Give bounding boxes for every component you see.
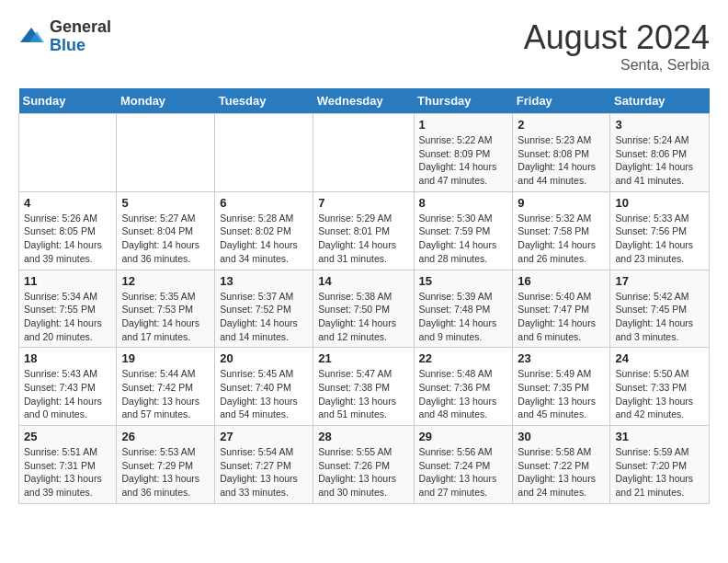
day-number: 11 — [24, 274, 111, 288]
day-number: 15 — [419, 274, 508, 288]
calendar-cell: 26Sunrise: 5:53 AM Sunset: 7:29 PM Dayli… — [117, 426, 215, 504]
day-number: 8 — [419, 196, 508, 210]
day-info: Sunrise: 5:37 AM Sunset: 7:52 PM Dayligh… — [220, 290, 308, 344]
day-info: Sunrise: 5:44 AM Sunset: 7:42 PM Dayligh… — [121, 367, 210, 421]
day-info: Sunrise: 5:53 AM Sunset: 7:29 PM Dayligh… — [121, 445, 210, 500]
header-friday: Friday — [513, 88, 610, 114]
day-number: 9 — [518, 196, 605, 210]
day-info: Sunrise: 5:38 AM Sunset: 7:50 PM Dayligh… — [318, 290, 408, 344]
day-info: Sunrise: 5:50 AM Sunset: 7:33 PM Dayligh… — [615, 367, 704, 421]
day-number: 13 — [220, 274, 308, 288]
calendar-cell — [117, 114, 215, 192]
logo-general: General — [50, 18, 111, 37]
calendar-cell: 16Sunrise: 5:40 AM Sunset: 7:47 PM Dayli… — [513, 270, 610, 348]
logo-icon — [18, 24, 44, 50]
calendar-cell: 22Sunrise: 5:48 AM Sunset: 7:36 PM Dayli… — [414, 348, 513, 426]
calendar-cell: 29Sunrise: 5:56 AM Sunset: 7:24 PM Dayli… — [414, 426, 513, 504]
day-info: Sunrise: 5:45 AM Sunset: 7:40 PM Dayligh… — [220, 367, 308, 421]
day-number: 27 — [220, 430, 308, 443]
day-number: 23 — [518, 351, 605, 365]
day-info: Sunrise: 5:43 AM Sunset: 7:43 PM Dayligh… — [24, 367, 111, 421]
calendar-cell: 19Sunrise: 5:44 AM Sunset: 7:42 PM Dayli… — [117, 348, 215, 426]
calendar-cell: 31Sunrise: 5:59 AM Sunset: 7:20 PM Dayli… — [610, 426, 710, 504]
day-number: 10 — [615, 196, 704, 210]
day-info: Sunrise: 5:28 AM Sunset: 8:02 PM Dayligh… — [220, 212, 308, 266]
calendar-cell: 25Sunrise: 5:51 AM Sunset: 7:31 PM Dayli… — [19, 426, 117, 504]
day-info: Sunrise: 5:51 AM Sunset: 7:31 PM Dayligh… — [24, 445, 111, 500]
calendar-cell: 23Sunrise: 5:49 AM Sunset: 7:35 PM Dayli… — [513, 348, 610, 426]
calendar-cell: 3Sunrise: 5:24 AM Sunset: 8:06 PM Daylig… — [610, 114, 710, 192]
day-number: 17 — [615, 274, 704, 288]
calendar-cell: 15Sunrise: 5:39 AM Sunset: 7:48 PM Dayli… — [414, 270, 513, 348]
day-number: 24 — [615, 351, 704, 365]
day-number: 3 — [615, 118, 704, 132]
day-info: Sunrise: 5:29 AM Sunset: 8:01 PM Dayligh… — [318, 212, 408, 266]
calendar-cell: 11Sunrise: 5:34 AM Sunset: 7:55 PM Dayli… — [19, 270, 117, 348]
day-info: Sunrise: 5:27 AM Sunset: 8:04 PM Dayligh… — [121, 212, 210, 266]
logo: General Blue — [18, 18, 111, 55]
calendar-cell: 10Sunrise: 5:33 AM Sunset: 7:56 PM Dayli… — [610, 191, 710, 270]
day-info: Sunrise: 5:54 AM Sunset: 7:27 PM Dayligh… — [220, 445, 308, 500]
day-number: 2 — [518, 118, 605, 132]
calendar-header-row: SundayMondayTuesdayWednesdayThursdayFrid… — [19, 88, 710, 114]
day-number: 12 — [121, 274, 210, 288]
header-monday: Monday — [117, 88, 215, 114]
calendar-week-row: 1Sunrise: 5:22 AM Sunset: 8:09 PM Daylig… — [19, 114, 710, 192]
calendar-cell: 24Sunrise: 5:50 AM Sunset: 7:33 PM Dayli… — [610, 348, 710, 426]
day-info: Sunrise: 5:23 AM Sunset: 8:08 PM Dayligh… — [518, 133, 605, 188]
calendar-cell: 18Sunrise: 5:43 AM Sunset: 7:43 PM Dayli… — [19, 348, 117, 426]
header-wednesday: Wednesday — [313, 88, 414, 114]
day-number: 19 — [121, 351, 210, 365]
day-info: Sunrise: 5:30 AM Sunset: 7:59 PM Dayligh… — [419, 212, 508, 266]
calendar-week-row: 18Sunrise: 5:43 AM Sunset: 7:43 PM Dayli… — [19, 348, 710, 426]
month-year-title: August 2024 — [524, 18, 710, 57]
day-number: 4 — [24, 196, 111, 210]
day-info: Sunrise: 5:49 AM Sunset: 7:35 PM Dayligh… — [518, 367, 605, 421]
day-number: 22 — [419, 351, 508, 365]
day-info: Sunrise: 5:34 AM Sunset: 7:55 PM Dayligh… — [24, 290, 111, 344]
day-number: 6 — [220, 196, 308, 210]
calendar-cell: 5Sunrise: 5:27 AM Sunset: 8:04 PM Daylig… — [117, 191, 215, 270]
calendar-cell: 30Sunrise: 5:58 AM Sunset: 7:22 PM Dayli… — [513, 426, 610, 504]
logo-text: General Blue — [50, 18, 111, 55]
day-number: 20 — [220, 351, 308, 365]
calendar-cell: 9Sunrise: 5:32 AM Sunset: 7:58 PM Daylig… — [513, 191, 610, 270]
day-info: Sunrise: 5:55 AM Sunset: 7:26 PM Dayligh… — [318, 445, 408, 500]
calendar-table: SundayMondayTuesdayWednesdayThursdayFrid… — [18, 88, 710, 504]
day-number: 31 — [615, 430, 704, 443]
header-sunday: Sunday — [19, 88, 117, 114]
day-info: Sunrise: 5:33 AM Sunset: 7:56 PM Dayligh… — [615, 212, 704, 266]
calendar-cell: 21Sunrise: 5:47 AM Sunset: 7:38 PM Dayli… — [313, 348, 414, 426]
calendar-cell — [19, 114, 117, 192]
day-number: 21 — [318, 351, 408, 365]
day-info: Sunrise: 5:22 AM Sunset: 8:09 PM Dayligh… — [419, 133, 508, 188]
calendar-cell: 6Sunrise: 5:28 AM Sunset: 8:02 PM Daylig… — [215, 191, 313, 270]
day-number: 18 — [24, 351, 111, 365]
calendar-week-row: 11Sunrise: 5:34 AM Sunset: 7:55 PM Dayli… — [19, 270, 710, 348]
day-info: Sunrise: 5:59 AM Sunset: 7:20 PM Dayligh… — [615, 445, 704, 500]
calendar-cell: 28Sunrise: 5:55 AM Sunset: 7:26 PM Dayli… — [313, 426, 414, 504]
calendar-cell: 17Sunrise: 5:42 AM Sunset: 7:45 PM Dayli… — [610, 270, 710, 348]
page-header: General Blue August 2024 Senta, Serbia — [18, 18, 710, 74]
day-info: Sunrise: 5:24 AM Sunset: 8:06 PM Dayligh… — [615, 133, 704, 188]
calendar-week-row: 4Sunrise: 5:26 AM Sunset: 8:05 PM Daylig… — [19, 191, 710, 270]
calendar-cell: 2Sunrise: 5:23 AM Sunset: 8:08 PM Daylig… — [513, 114, 610, 192]
calendar-cell: 27Sunrise: 5:54 AM Sunset: 7:27 PM Dayli… — [215, 426, 313, 504]
day-number: 28 — [318, 430, 408, 443]
day-number: 16 — [518, 274, 605, 288]
logo-blue: Blue — [50, 37, 111, 55]
calendar-cell: 13Sunrise: 5:37 AM Sunset: 7:52 PM Dayli… — [215, 270, 313, 348]
title-area: August 2024 Senta, Serbia — [524, 18, 710, 74]
calendar-cell: 14Sunrise: 5:38 AM Sunset: 7:50 PM Dayli… — [313, 270, 414, 348]
day-number: 5 — [121, 196, 210, 210]
day-info: Sunrise: 5:42 AM Sunset: 7:45 PM Dayligh… — [615, 290, 704, 344]
calendar-cell: 4Sunrise: 5:26 AM Sunset: 8:05 PM Daylig… — [19, 191, 117, 270]
calendar-cell: 1Sunrise: 5:22 AM Sunset: 8:09 PM Daylig… — [414, 114, 513, 192]
calendar-cell — [313, 114, 414, 192]
header-saturday: Saturday — [610, 88, 710, 114]
day-number: 1 — [419, 118, 508, 132]
day-number: 7 — [318, 196, 408, 210]
day-info: Sunrise: 5:58 AM Sunset: 7:22 PM Dayligh… — [518, 445, 605, 500]
day-info: Sunrise: 5:48 AM Sunset: 7:36 PM Dayligh… — [419, 367, 508, 421]
calendar-cell — [215, 114, 313, 192]
